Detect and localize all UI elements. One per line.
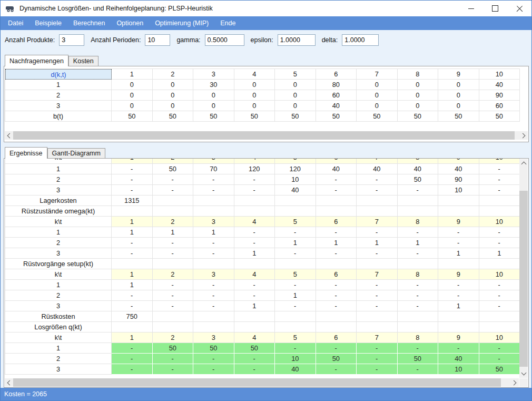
demand-cell[interactable]: 60	[316, 90, 357, 101]
demand-tab-kosten[interactable]: Kosten	[68, 56, 98, 66]
demand-cell[interactable]: 0	[153, 101, 194, 111]
results-cell: 1	[112, 280, 153, 290]
demand-cell[interactable]: 0	[275, 90, 316, 101]
demand-cell[interactable]: 0	[153, 90, 194, 101]
row-header-cell[interactable]: 1	[5, 80, 112, 90]
delta-input[interactable]	[342, 34, 379, 46]
scroll-down-button[interactable]	[519, 369, 528, 378]
period-header-cell[interactable]: 5	[275, 69, 316, 80]
menu-item-beispiele[interactable]: Beispiele	[29, 16, 67, 30]
results-cell	[357, 195, 398, 206]
demand-cell[interactable]: 30	[193, 80, 234, 90]
period-header-cell[interactable]: 8	[398, 69, 439, 80]
row-header-cell[interactable]: b(t)	[5, 111, 112, 122]
demand-cell[interactable]: 90	[479, 90, 520, 101]
demand-cell[interactable]: 0	[275, 80, 316, 90]
demand-cell[interactable]: 0	[112, 101, 153, 111]
period-header-cell[interactable]: 1	[112, 69, 153, 80]
demand-cell[interactable]: 0	[112, 90, 153, 101]
results-cell: -	[398, 364, 439, 375]
maximize-button[interactable]	[483, 1, 507, 16]
menu-item-datei[interactable]: Datei	[2, 16, 29, 30]
menu-item-berechnen[interactable]: Berechnen	[67, 16, 111, 30]
demand-cell[interactable]: 0	[112, 80, 153, 90]
gamma-input[interactable]	[205, 34, 244, 46]
hscroll-thumb[interactable]	[13, 131, 515, 140]
anzahl-produkte-input[interactable]	[59, 34, 84, 46]
results-cell: -	[275, 248, 316, 259]
demand-hscrollbar[interactable]	[5, 131, 528, 140]
demand-cell[interactable]: 50	[153, 111, 194, 122]
demand-cell[interactable]: 0	[234, 101, 275, 111]
demand-cell[interactable]: 50	[316, 111, 357, 122]
demand-cell[interactable]: 0	[438, 80, 479, 90]
period-header-cell[interactable]: 3	[193, 69, 234, 80]
demand-cell[interactable]: 0	[438, 101, 479, 111]
demand-cell[interactable]: 50	[275, 111, 316, 122]
scroll-right-button[interactable]	[519, 131, 528, 140]
chevron-right-icon	[511, 380, 517, 385]
scroll-up-button[interactable]	[519, 159, 528, 168]
demand-cell[interactable]: 0	[398, 101, 439, 111]
demand-cell[interactable]: 0	[275, 101, 316, 111]
period-header-cell[interactable]: 7	[357, 69, 398, 80]
demand-tab-nachfragemengen[interactable]: Nachfragemengen	[5, 55, 68, 66]
demand-cell[interactable]: 50	[357, 111, 398, 122]
demand-cell[interactable]: 0	[193, 90, 234, 101]
scroll-right-button[interactable]	[510, 378, 519, 387]
menu-item-optionen[interactable]: Optionen	[111, 16, 149, 30]
demand-cell[interactable]: 0	[234, 90, 275, 101]
demand-cell[interactable]: 0	[438, 90, 479, 101]
results-row-label: 2	[5, 174, 112, 185]
results-cell: 10	[438, 185, 479, 195]
demand-cell[interactable]: 0	[357, 101, 398, 111]
results-header-cell: 10	[479, 159, 520, 164]
period-header-cell[interactable]: 2	[153, 69, 194, 80]
demand-cell[interactable]: 50	[193, 111, 234, 122]
demand-cell[interactable]: 40	[479, 80, 520, 90]
demand-cell[interactable]: 50	[112, 111, 153, 122]
demand-cell[interactable]: 60	[479, 101, 520, 111]
demand-cell[interactable]: 0	[153, 80, 194, 90]
results-vscrollbar[interactable]	[519, 159, 528, 378]
demand-cell[interactable]: 0	[193, 101, 234, 111]
hscroll-thumb[interactable]	[13, 378, 501, 387]
anzahl-perioden-input[interactable]	[145, 34, 170, 46]
results-cell: -	[398, 290, 439, 301]
minimize-button[interactable]	[459, 1, 483, 16]
results-tab-ergebnisse[interactable]: Ergebnisse	[5, 147, 47, 159]
vscroll-thumb[interactable]	[519, 191, 528, 367]
results-cell	[112, 259, 153, 269]
demand-cell[interactable]: 0	[234, 80, 275, 90]
demand-cell[interactable]: 40	[316, 101, 357, 111]
period-header-cell[interactable]: 9	[438, 69, 479, 80]
demand-cell[interactable]: 50	[479, 111, 520, 122]
demand-cell[interactable]: 50	[398, 111, 439, 122]
demand-cell[interactable]: 50	[438, 111, 479, 122]
close-button[interactable]	[507, 1, 531, 16]
epsilon-input[interactable]	[278, 34, 316, 46]
scroll-left-button[interactable]	[5, 131, 13, 140]
results-hscrollbar[interactable]	[5, 378, 519, 387]
row-header-cell[interactable]: 3	[5, 101, 112, 111]
demand-cell[interactable]: 0	[398, 90, 439, 101]
demand-cell[interactable]: 0	[357, 90, 398, 101]
results-cell: -	[398, 227, 439, 238]
demand-cell[interactable]: 50	[234, 111, 275, 122]
results-header-cell: 10	[479, 217, 520, 227]
menu-item-optimierung-mip[interactable]: Optimierung (MIP)	[149, 16, 214, 30]
results-tab-gantt-diagramm[interactable]: Gantt-Diagramm	[47, 148, 105, 158]
row-header-cell[interactable]: 2	[5, 90, 112, 101]
period-header-cell[interactable]: 10	[479, 69, 520, 80]
demand-cell[interactable]: 0	[357, 80, 398, 90]
results-cell: -	[193, 185, 234, 195]
demand-cell[interactable]: 0	[398, 80, 439, 90]
period-header-cell[interactable]: 6	[316, 69, 357, 80]
vscroll-track[interactable]	[519, 168, 528, 369]
menu-item-ende[interactable]: Ende	[214, 16, 241, 30]
demand-corner-cell[interactable]: d(k,t)	[5, 69, 112, 80]
period-header-cell[interactable]: 4	[234, 69, 275, 80]
results-cell: -	[112, 164, 153, 174]
scroll-left-button[interactable]	[5, 378, 13, 387]
demand-cell[interactable]: 80	[316, 80, 357, 90]
